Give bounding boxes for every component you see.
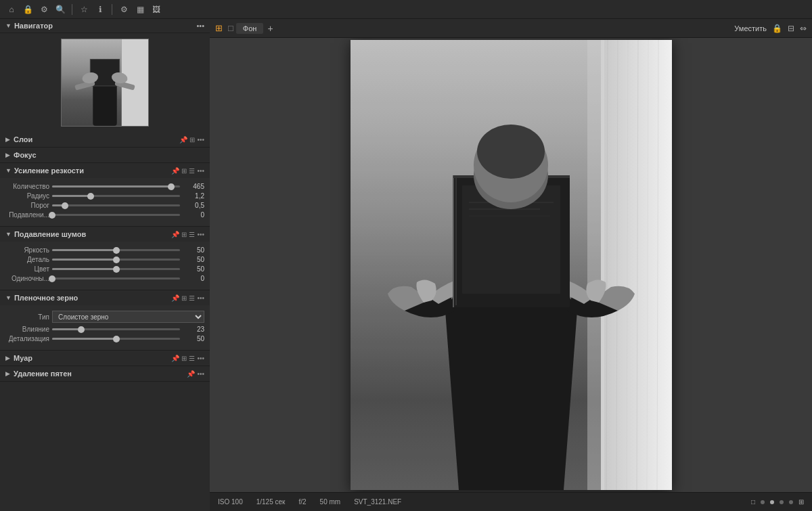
photo-container: [351, 40, 672, 490]
noise-header[interactable]: ▼ Подавление шумов 📌 ⊞ ☰ •••: [0, 227, 210, 242]
center-area: ⊞ □ Фон + Уместить 🔒 ⊟ ⇔: [210, 19, 812, 511]
spot-removal-more-icon[interactable]: •••: [197, 370, 204, 378]
noise-single-row: Одиночны... 0: [5, 275, 204, 282]
moire-section[interactable]: ▶ Муар 📌 ⊞ ☰ •••: [0, 351, 210, 366]
layers-stack-icon[interactable]: ⊞: [189, 136, 195, 143]
fit-button[interactable]: Уместить: [734, 24, 767, 32]
noise-pin-icon[interactable]: 📌: [171, 231, 179, 238]
sharpening-amount-track[interactable]: [52, 185, 180, 187]
topbar-slider-icon[interactable]: ⊟: [788, 24, 794, 33]
sharpening-amount-thumb: [168, 183, 175, 190]
sharpening-radius-track[interactable]: [52, 195, 180, 197]
tab-bar-right: Уместить 🔒 ⊟ ⇔: [734, 24, 807, 33]
noise-color-track[interactable]: [52, 268, 180, 270]
sharpening-menu-icon[interactable]: ☰: [189, 167, 195, 175]
topbar-lock-icon[interactable]: 🔒: [772, 24, 782, 33]
sharpening-amount-fill: [52, 185, 171, 187]
tab-item[interactable]: Фон: [236, 23, 264, 34]
filmgrain-menu-icon[interactable]: ☰: [189, 294, 195, 302]
sharpening-header[interactable]: ▼ Усиление резкости 📌 ⊞ ☰ •••: [0, 163, 210, 178]
layers-icon[interactable]: ▦: [134, 3, 146, 16]
noise-single-thumb: [49, 275, 55, 282]
moire-stack-icon[interactable]: ⊞: [181, 355, 187, 362]
noise-brightness-thumb: [113, 247, 120, 254]
sharpening-pin-icon[interactable]: 📌: [171, 167, 179, 175]
moire-pin-icon[interactable]: 📌: [171, 355, 179, 362]
lock-icon[interactable]: 🔒: [22, 3, 34, 16]
topbar-expand-icon[interactable]: ⇔: [800, 24, 807, 33]
info-icon[interactable]: ℹ: [94, 3, 106, 16]
filmgrain-influence-thumb: [78, 326, 85, 333]
sharpening-content: Количество 465 Радиус 1,2 По: [0, 178, 210, 226]
status-view-icon[interactable]: □: [751, 498, 755, 506]
tab-add-button[interactable]: +: [267, 23, 273, 34]
tab-square-icon[interactable]: □: [228, 23, 233, 33]
layers-chevron: ▶: [5, 136, 10, 143]
sharpening-radius-value: 1,2: [183, 192, 204, 200]
canvas-area: [210, 38, 812, 492]
noise-single-track[interactable]: [52, 277, 180, 280]
noise-stack-icon[interactable]: ⊞: [181, 231, 187, 238]
sharpening-stack-icon[interactable]: ⊞: [181, 167, 187, 175]
navigator-thumbnail: [0, 33, 210, 132]
filmgrain-influence-track[interactable]: [52, 328, 180, 330]
layers-pin-icon[interactable]: 📌: [179, 136, 187, 143]
sharpening-chevron: ▼: [5, 167, 12, 174]
noise-icons: 📌 ⊞ ☰ •••: [171, 231, 204, 238]
filmgrain-stack-icon[interactable]: ⊞: [181, 294, 187, 302]
filmgrain-influence-label: Влияние: [5, 326, 49, 333]
moire-menu-icon[interactable]: ☰: [189, 355, 195, 362]
sharpening-suppress-track[interactable]: [52, 214, 180, 216]
filmgrain-section: ▼ Пленочное зерно 📌 ⊞ ☰ ••• Тип Слоистое…: [0, 290, 210, 351]
layers-more-icon[interactable]: •••: [197, 136, 204, 143]
noise-color-row: Цвет 50: [5, 265, 204, 273]
status-right: □ ⊞: [751, 498, 804, 506]
noise-more-icon[interactable]: •••: [197, 231, 204, 238]
navigator-more-icon[interactable]: •••: [196, 22, 204, 30]
sharpening-radius-label: Радиус: [5, 192, 49, 200]
sharpening-more-icon[interactable]: •••: [197, 167, 204, 175]
settings-icon[interactable]: ⚙: [38, 3, 50, 16]
filmgrain-more-icon[interactable]: •••: [197, 294, 204, 302]
filmgrain-header[interactable]: ▼ Пленочное зерно 📌 ⊞ ☰ •••: [0, 290, 210, 305]
moire-icons: 📌 ⊞ ☰ •••: [171, 355, 204, 362]
layers-section[interactable]: ▶ Слои 📌 ⊞ •••: [0, 132, 210, 148]
navigator-header[interactable]: ▼ Навигатор •••: [0, 19, 210, 33]
spot-removal-title: Удаление пятен: [14, 370, 187, 378]
sharpening-threshold-track[interactable]: [52, 204, 180, 206]
filmgrain-pin-icon[interactable]: 📌: [171, 294, 179, 302]
toolbar-separator-2: [112, 4, 112, 15]
layers-icons: 📌 ⊞ •••: [179, 136, 204, 143]
layers-title: Слои: [14, 135, 179, 143]
main-photo-svg: [351, 40, 672, 490]
focus-section[interactable]: ▶ Фокус: [0, 148, 210, 163]
search-icon[interactable]: 🔍: [54, 3, 66, 16]
noise-brightness-label: Яркость: [5, 246, 49, 254]
filmgrain-detail-thumb: [113, 336, 120, 342]
noise-brightness-fill: [52, 249, 116, 251]
noise-brightness-value: 50: [183, 246, 204, 254]
filmgrain-type-row: Тип Слоистое зерно: [5, 311, 204, 323]
spot-removal-icons: 📌 •••: [187, 370, 204, 378]
filmgrain-type-select[interactable]: Слоистое зерно: [52, 311, 204, 323]
noise-menu-icon[interactable]: ☰: [189, 231, 195, 238]
status-grid-icon[interactable]: ⊞: [798, 498, 804, 506]
svg-point-30: [477, 125, 545, 179]
noise-brightness-track[interactable]: [52, 249, 180, 251]
moire-more-icon[interactable]: •••: [197, 355, 204, 362]
home-icon[interactable]: ⌂: [5, 3, 18, 16]
filmgrain-detail-track[interactable]: [52, 338, 180, 340]
bookmark-icon[interactable]: ☆: [78, 3, 90, 16]
filmgrain-influence-row: Влияние 23: [5, 326, 204, 333]
noise-single-label: Одиночны...: [5, 275, 49, 282]
filmgrain-influence-fill: [52, 328, 81, 330]
spot-removal-section[interactable]: ▶ Удаление пятен 📌 •••: [0, 366, 210, 382]
image-icon[interactable]: 🖼: [150, 3, 162, 16]
filmgrain-detail-value: 50: [183, 335, 204, 342]
noise-detail-track[interactable]: [52, 259, 180, 261]
gear-icon[interactable]: ⚙: [118, 3, 130, 16]
spot-removal-pin-icon[interactable]: 📌: [187, 370, 195, 378]
tab-grid-icon[interactable]: ⊞: [215, 23, 223, 33]
sharpening-amount-value: 465: [183, 183, 204, 190]
focus-chevron: ▶: [5, 152, 10, 158]
